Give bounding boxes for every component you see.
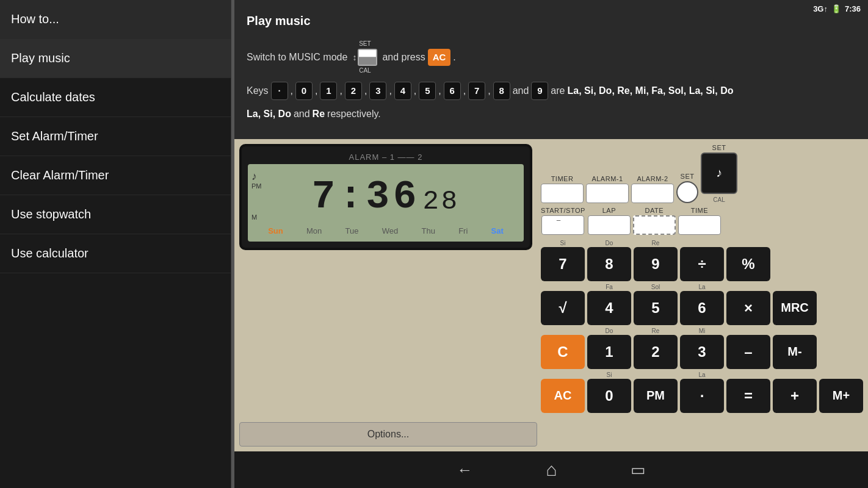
day-thu: Thu — [421, 226, 435, 235]
btn-minus[interactable]: – — [726, 335, 770, 369]
help-line-2b: La, Si, Do and Re respectively. — [247, 106, 856, 122]
content-area: Play music Switch to MUSIC mode SET ↕ CA… — [234, 0, 868, 488]
pm-indicator: PM — [251, 182, 262, 190]
set-cal-button[interactable]: ♪ — [701, 152, 737, 194]
btn-2[interactable]: 2 — [634, 335, 678, 369]
clock-screen: ♪ 7:36 28 PM M _ Sun Mon Tue — [248, 164, 524, 242]
btn-mplus[interactable]: M+ — [819, 379, 863, 413]
options-button[interactable]: Options... — [239, 422, 537, 447]
calc-row-456: √ Fa 4 Sol 5 La 6 — [541, 284, 863, 325]
btn-3[interactable]: 3 — [680, 335, 724, 369]
back-button[interactable]: ← — [457, 461, 472, 479]
btn-pm[interactable]: PM — [634, 379, 678, 413]
status-bar: 3G↑ 🔋 7:36 — [813, 0, 868, 17]
time-button[interactable] — [678, 215, 721, 235]
timer-button[interactable] — [541, 184, 584, 203]
calc-row-123: C Do 1 Re 2 Mi 3 — [541, 328, 863, 369]
recent-button[interactable]: ▭ — [631, 461, 646, 479]
btn-c[interactable]: C — [541, 335, 585, 369]
clock-status: 7:36 — [845, 4, 861, 13]
btn-multiply[interactable]: × — [726, 291, 770, 325]
btn-plus[interactable]: + — [773, 379, 817, 413]
timer-btn-group: TIMER — [541, 175, 584, 203]
btn-ac[interactable]: AC — [541, 379, 585, 413]
btn-4[interactable]: 4 — [587, 291, 631, 325]
sidebar-item-set-alarm[interactable]: Set Alarm/Timer — [0, 117, 231, 156]
music-note-cal-icon: ♪ — [716, 166, 722, 180]
battery-icon: 🔋 — [831, 4, 841, 13]
calc-row-0: AC Si 0 PM La · — [541, 371, 863, 413]
set-circle-group: SET — [676, 173, 698, 203]
clock-time-display: 7:36 28 — [256, 175, 515, 219]
sidebar-item-stopwatch[interactable]: Use stopwatch — [0, 195, 231, 234]
calc-row-789: Si 7 Do 8 Re 9 ÷ — [541, 240, 863, 281]
day-fri: Fri — [458, 226, 468, 235]
time-btn-group: TIME — [678, 207, 721, 235]
btn-5[interactable]: 5 — [634, 291, 678, 325]
btn-percent[interactable]: % — [726, 247, 770, 281]
day-sat: Sat — [491, 226, 504, 235]
btn-6[interactable]: 6 — [680, 291, 724, 325]
day-mon: Mon — [306, 226, 322, 235]
m-indicator: M — [251, 214, 257, 221]
btn-1[interactable]: 1 — [587, 335, 631, 369]
btn-mrc[interactable]: MRC — [773, 291, 817, 325]
sidebar-item-play-music[interactable]: Play music — [0, 39, 231, 78]
clock-display: ALARM – 1 —— 2 ♪ 7:36 28 PM M _ Sun — [239, 144, 532, 250]
main-layout: How to... Play music Calculate dates Set… — [0, 0, 868, 488]
calc-device-area: ALARM – 1 —— 2 ♪ 7:36 28 PM M _ Sun — [234, 139, 868, 451]
startstop-btn-group: START/STOP — [541, 207, 585, 235]
btn-9[interactable]: 9 — [634, 247, 678, 281]
clock-seconds: 28 — [422, 186, 460, 217]
lap-btn-group: LAP — [588, 207, 631, 235]
btn-dot[interactable]: · — [680, 379, 724, 413]
sidebar-item-clear-alarm[interactable]: Clear Alarm/Timer — [0, 156, 231, 195]
day-tue: Tue — [345, 226, 359, 235]
alarm1-btn-group: ALARM-1 — [586, 175, 629, 203]
help-title: Play music — [247, 11, 856, 30]
mode-switch-icon: SET ↕ CAL — [352, 39, 377, 76]
help-text-panel: Play music Switch to MUSIC mode SET ↕ CA… — [234, 0, 868, 139]
sidebar-item-calculate-dates[interactable]: Calculate dates — [0, 78, 231, 117]
alarm2-button[interactable] — [631, 184, 674, 203]
sidebar-item-how-to[interactable]: How to... — [0, 0, 231, 39]
days-row: Sun Mon Tue Wed Thu Fri Sat — [256, 224, 515, 235]
btn-divide[interactable]: ÷ — [680, 247, 724, 281]
date-btn-group: DATE — [633, 207, 676, 235]
startstop-button[interactable] — [541, 215, 584, 235]
alarm2-btn-group: ALARM-2 — [631, 175, 674, 203]
day-wed: Wed — [382, 226, 399, 235]
help-line-2: Keys ·, 0, 1, 2, 3, 4, 5, 6, 7, 8 and 9 … — [247, 82, 856, 100]
set-circle-button[interactable] — [676, 181, 698, 203]
alarm-label: ALARM – 1 —— 2 — [248, 152, 524, 162]
btn-sqrt[interactable]: √ — [541, 291, 585, 325]
ac-badge: AC — [428, 49, 451, 66]
signal-icon: 3G↑ — [813, 4, 828, 13]
sidebar: How to... Play music Calculate dates Set… — [0, 0, 231, 488]
btn-mminus[interactable]: M- — [773, 335, 817, 369]
bottom-nav: ← ⌂ ▭ — [234, 451, 868, 488]
btn-0[interactable]: 0 — [587, 379, 631, 413]
btn-7[interactable]: 7 — [541, 247, 585, 281]
music-note-icon: ♪ — [251, 170, 257, 183]
alarm1-button[interactable] — [586, 184, 629, 203]
date-button[interactable] — [633, 215, 676, 235]
btn-equals[interactable]: = — [726, 379, 770, 413]
lap-button[interactable] — [588, 215, 631, 235]
help-line-1: Switch to MUSIC mode SET ↕ CAL and press… — [247, 39, 856, 76]
btn-8[interactable]: 8 — [587, 247, 631, 281]
sidebar-item-calculator[interactable]: Use calculator — [0, 234, 231, 273]
day-sun: Sun — [268, 226, 283, 235]
home-button[interactable]: ⌂ — [546, 459, 557, 480]
